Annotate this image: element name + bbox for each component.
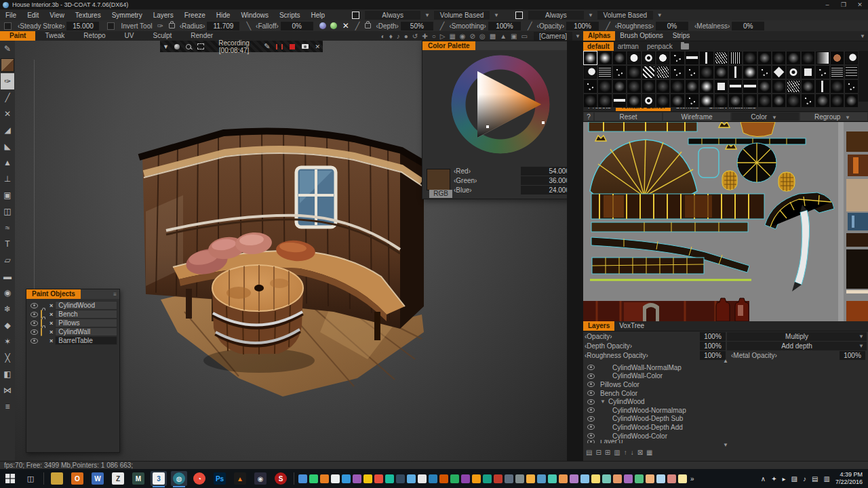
layer-name[interactable]: CylindWood-Depth Sub (612, 415, 683, 422)
wireframe-button[interactable]: Wireframe (663, 113, 730, 121)
alpha-brush[interactable] (815, 94, 829, 108)
visibility-eye-icon[interactable] (587, 373, 595, 379)
alpha-brush[interactable] (801, 79, 815, 94)
alpha-brush[interactable] (699, 51, 713, 65)
smoothing-value[interactable]: 100% (488, 22, 521, 30)
rect-tool[interactable]: ▱ (1, 252, 14, 268)
alpha-brush[interactable] (786, 51, 800, 65)
red-label[interactable]: ‹Red› (454, 167, 521, 175)
delete-contents-icon[interactable]: ⊠ (637, 449, 643, 456)
alpha-brush[interactable] (597, 79, 612, 94)
play-icon[interactable]: ▷ (440, 33, 446, 40)
photoshop-icon[interactable]: Ps (212, 471, 228, 486)
alpha-brush[interactable] (597, 51, 612, 65)
help-button[interactable]: ? (584, 113, 593, 121)
taskbar-app-small[interactable] (374, 474, 383, 483)
pack-penpack[interactable]: penpack (643, 42, 677, 51)
alpha-brush[interactable] (757, 79, 772, 94)
steady-stroke-value[interactable]: 15.000 (66, 22, 99, 30)
menu-help[interactable]: Help (306, 12, 331, 19)
layer-row[interactable]: CylindWood-Normalmap (583, 406, 868, 415)
layer-name[interactable]: Pillows Color (600, 381, 639, 388)
blue-value[interactable]: 24.000 (521, 186, 574, 195)
visibility-eye-icon[interactable] (31, 321, 38, 326)
merge-layer-icon[interactable]: ▥ (614, 449, 620, 456)
alpha-brush[interactable] (728, 79, 743, 94)
paint-object-name[interactable]: Bench (55, 310, 117, 319)
layer-name[interactable]: CylindWall-Color (612, 372, 663, 380)
clay-tool[interactable]: ▲ (1, 155, 14, 171)
alpha-brush[interactable] (627, 94, 641, 108)
roughness-value[interactable]: 0% (656, 22, 688, 30)
frame-icon[interactable]: ▣ (511, 33, 517, 40)
taskbar-app-small[interactable] (418, 474, 427, 483)
alpha-brush[interactable] (786, 65, 800, 79)
taskbar-app-small[interactable] (396, 474, 405, 483)
texture-editor-canvas[interactable] (583, 122, 868, 321)
alpha-brush[interactable] (642, 51, 656, 65)
alpha-brush[interactable] (685, 51, 699, 65)
camera-dropdown[interactable]: [Camera] (534, 32, 572, 41)
eraser-tool[interactable]: ▬ (1, 268, 14, 285)
red-value[interactable]: 54.000 (521, 167, 574, 176)
pressure-icon[interactable]: ╱ (528, 22, 532, 30)
tab-layers[interactable]: Layers (583, 321, 614, 331)
metal-opacity-label[interactable]: ‹Metal Opacity› (731, 352, 777, 359)
volume-based-dropdown-2[interactable]: Volume Based (597, 11, 653, 20)
noculling-icon[interactable]: ⊘ (470, 33, 475, 40)
record-icon[interactable] (290, 44, 295, 49)
wave-icon[interactable]: ▦ (449, 33, 455, 40)
tab-alphas[interactable]: Alphas (583, 31, 615, 41)
color-palette-titlebar[interactable]: Color Palette ≡ (422, 41, 579, 50)
alpha-brush[interactable] (772, 65, 786, 79)
taskbar-app-small[interactable] (667, 474, 676, 483)
alpha-brush[interactable] (728, 65, 743, 79)
paint-object-name[interactable]: CylindWood (55, 301, 117, 310)
delete-icon[interactable]: × (50, 311, 53, 318)
visibility-eye-icon[interactable] (587, 424, 595, 430)
visibility-eye-icon[interactable] (587, 365, 595, 370)
uv-scrollbar[interactable] (838, 122, 844, 321)
alpha-brush[interactable] (714, 79, 728, 94)
falloff-label[interactable]: ‹Falloff› (256, 22, 279, 30)
eye-tool[interactable]: ◉ (1, 285, 14, 301)
taskbar-app-small[interactable] (602, 474, 611, 483)
brush-preview-icon[interactable]: ✑ (157, 22, 163, 30)
alpha-brush[interactable] (583, 65, 597, 79)
line-tool[interactable]: ╱ (1, 89, 14, 106)
chevron-down-icon[interactable]: ▼ (588, 12, 593, 18)
taskbar-app-small[interactable] (580, 474, 589, 483)
pencil-icon[interactable]: ✎ (264, 42, 270, 51)
color-palette-tab[interactable]: Color Palette (422, 41, 475, 50)
taskbar-app-small[interactable] (515, 474, 524, 483)
grid-icon[interactable]: ▩ (490, 33, 496, 40)
tab-sculpt[interactable]: Sculpt (144, 31, 182, 41)
tab-retopo[interactable]: Retopo (74, 31, 115, 41)
curve-tool[interactable]: ≈ (1, 220, 14, 236)
alpha-brush[interactable] (830, 65, 844, 79)
alpha-brush[interactable] (670, 65, 684, 79)
layer-name[interactable]: CylindWood-Color (612, 432, 667, 440)
current-color-swatch[interactable] (427, 169, 450, 190)
metal-opacity-value[interactable]: 100% (840, 351, 865, 360)
layer-row[interactable]: ▼CylindWood (583, 397, 868, 406)
tab-voxtree[interactable]: VoxTree (614, 321, 649, 331)
taskbar-app-small[interactable] (537, 474, 546, 483)
alpha-brush[interactable] (844, 94, 859, 108)
visibility-eye-icon[interactable] (587, 399, 595, 405)
visibility-eye-icon[interactable] (31, 312, 38, 317)
depth-opacity-label[interactable]: ‹Depth Opacity› (585, 342, 659, 350)
taskbar-app-small[interactable] (461, 474, 470, 483)
alpha-brush[interactable] (728, 51, 743, 65)
alpha-brush[interactable] (786, 94, 800, 108)
target-icon[interactable]: ◉ (460, 33, 466, 40)
move-down-icon[interactable]: ↓ (631, 449, 634, 456)
pressure-icon[interactable]: ╱ (606, 22, 610, 30)
roughness-opacity-value[interactable]: 100% (700, 351, 726, 360)
taskbar-app-small[interactable] (309, 474, 318, 483)
visibility-eye-icon[interactable] (587, 440, 595, 443)
falloff-value[interactable]: 0% (281, 22, 313, 30)
new-layer-icon[interactable]: ▤ (586, 449, 592, 456)
folder-icon[interactable] (681, 43, 689, 49)
task-view-button[interactable]: ◫ (22, 471, 39, 486)
